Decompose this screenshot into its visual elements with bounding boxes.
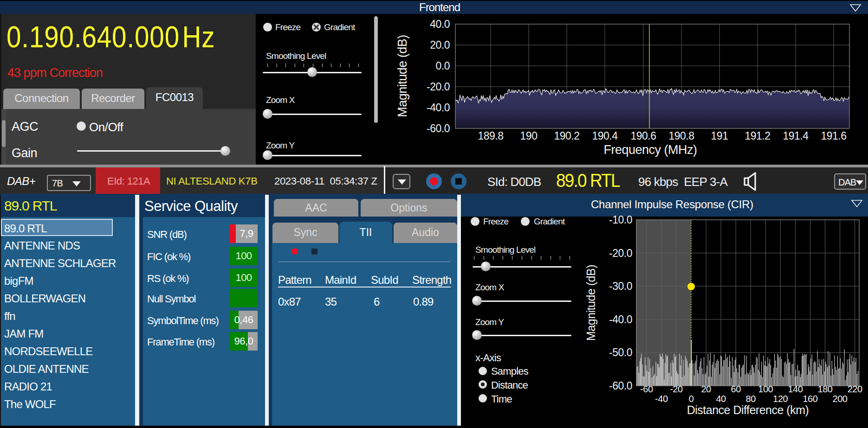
- svg-text:190.4: 190.4: [592, 130, 618, 142]
- svg-text:191: 191: [711, 130, 728, 142]
- svg-text:80: 80: [746, 394, 756, 404]
- svg-text:-60.0: -60.0: [427, 122, 450, 134]
- svg-text:40.0: 40.0: [430, 18, 450, 30]
- svg-text:40: 40: [716, 394, 726, 404]
- svg-text:-40.0: -40.0: [427, 102, 450, 114]
- svg-text:189.8: 189.8: [478, 130, 503, 142]
- svg-text:160: 160: [803, 394, 817, 404]
- svg-text:-60.0: -60.0: [609, 380, 632, 392]
- svg-text:120: 120: [773, 394, 788, 404]
- svg-text:190: 190: [520, 130, 538, 142]
- svg-text:-10.0: -10.0: [609, 214, 632, 226]
- svg-text:191.4: 191.4: [783, 130, 809, 142]
- svg-text:20.0: 20.0: [430, 39, 450, 51]
- svg-text:-20: -20: [670, 384, 683, 394]
- svg-text:-60: -60: [640, 384, 653, 394]
- svg-text:20: 20: [701, 384, 711, 394]
- svg-text:0.0: 0.0: [436, 60, 450, 72]
- svg-text:-30.0: -30.0: [609, 280, 632, 292]
- svg-text:190.2: 190.2: [554, 130, 579, 142]
- svg-text:190.8: 190.8: [668, 130, 694, 142]
- svg-text:Magnitude (dB): Magnitude (dB): [584, 265, 597, 341]
- svg-text:200: 200: [833, 394, 848, 404]
- svg-text:60: 60: [731, 384, 741, 394]
- svg-text:191.6: 191.6: [821, 130, 846, 142]
- svg-text:-40: -40: [655, 394, 668, 404]
- svg-text:Magnitude (dB): Magnitude (dB): [395, 35, 409, 117]
- svg-text:220: 220: [848, 384, 862, 394]
- svg-text:Distance Difference (km): Distance Difference (km): [687, 403, 809, 416]
- svg-text:-50.0: -50.0: [609, 346, 632, 358]
- svg-text:0: 0: [689, 394, 694, 404]
- svg-text:180: 180: [818, 384, 833, 394]
- svg-text:140: 140: [788, 384, 803, 394]
- svg-text:-40.0: -40.0: [609, 313, 632, 326]
- svg-text:-20.0: -20.0: [609, 247, 632, 259]
- svg-text:100: 100: [758, 384, 773, 394]
- svg-text:Frequency (MHz): Frequency (MHz): [603, 143, 697, 157]
- svg-text:190.6: 190.6: [630, 130, 656, 142]
- svg-text:-20.0: -20.0: [427, 81, 450, 93]
- svg-text:191.2: 191.2: [745, 130, 770, 142]
